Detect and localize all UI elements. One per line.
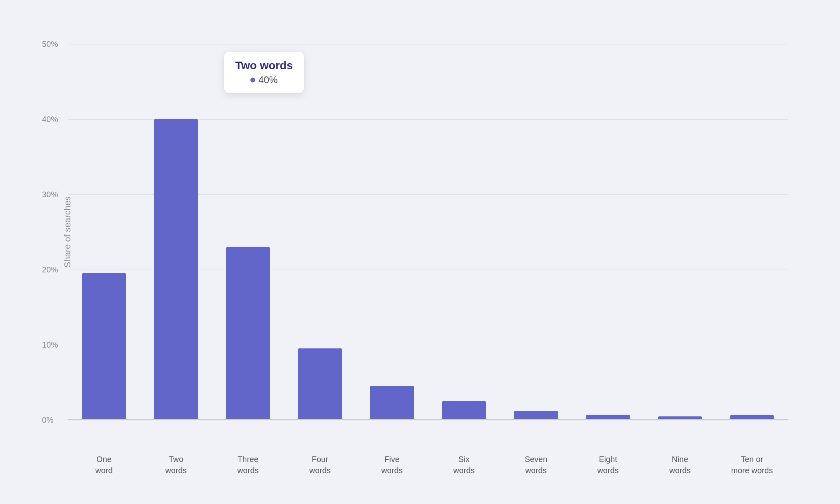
x-axis-label: Oneword	[68, 454, 140, 476]
x-axis-label: Threewords	[212, 454, 284, 476]
x-labels: OnewordTwowordsThreewordsFourwordsFivewo…	[68, 454, 788, 476]
y-axis-tick-label: 20%	[42, 265, 58, 274]
bar-group[interactable]	[68, 44, 140, 420]
x-axis-label: Ninewords	[644, 454, 716, 476]
x-axis-label: Fourwords	[284, 454, 356, 476]
bar-group[interactable]	[572, 44, 644, 420]
bar-group[interactable]	[284, 44, 356, 420]
bar-group[interactable]	[356, 44, 428, 420]
bar[interactable]	[226, 247, 270, 420]
grid-line	[68, 420, 788, 420]
bar-group[interactable]	[140, 44, 212, 420]
chart-container: Share of searches 50%40%30%20%10%0% Onew…	[20, 20, 820, 484]
y-axis-tick-label: 30%	[42, 190, 58, 199]
x-axis-label: Fivewords	[356, 454, 428, 476]
y-axis-tick-label: 40%	[42, 115, 58, 124]
y-axis-tick-label: 10%	[42, 340, 58, 350]
bars-wrapper	[68, 44, 788, 420]
bar[interactable]	[298, 348, 342, 420]
y-axis-tick-label: 50%	[42, 40, 58, 49]
bar[interactable]	[442, 401, 486, 420]
bar[interactable]	[514, 411, 558, 420]
bar-group[interactable]	[716, 44, 788, 420]
bar[interactable]	[154, 119, 198, 420]
bar[interactable]	[370, 386, 414, 420]
x-axis-label: Ten ormore words	[716, 454, 788, 476]
bar[interactable]	[82, 273, 126, 420]
bar-group[interactable]	[212, 44, 284, 420]
x-axis-label: Sevenwords	[500, 454, 572, 476]
chart-area: Share of searches 50%40%30%20%10%0% Onew…	[68, 44, 788, 420]
x-axis-label: Eightwords	[572, 454, 644, 476]
x-axis-label: Twowords	[140, 454, 212, 476]
baseline	[68, 419, 788, 420]
bar-group[interactable]	[500, 44, 572, 420]
bar-group[interactable]	[644, 44, 716, 420]
x-axis-label: Sixwords	[428, 454, 500, 476]
bar-group[interactable]	[428, 44, 500, 420]
y-axis-tick-label: 0%	[42, 416, 54, 425]
